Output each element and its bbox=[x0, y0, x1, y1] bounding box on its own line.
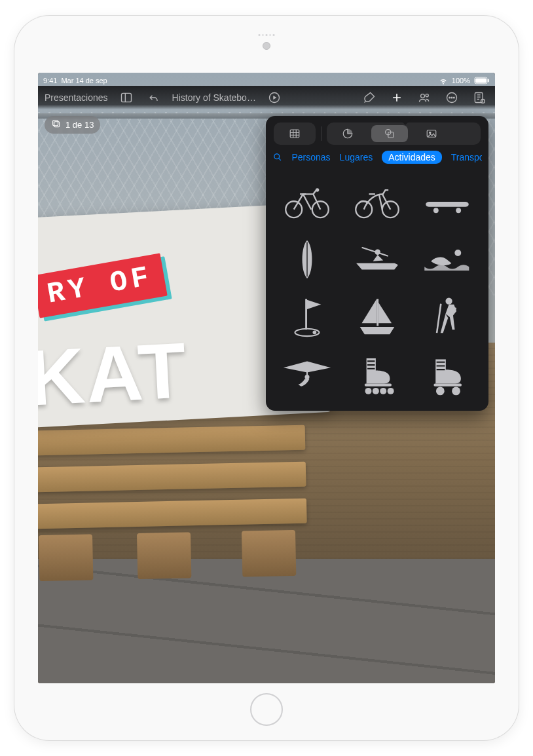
status-date: Mar 14 de sep bbox=[61, 77, 107, 85]
back-button[interactable]: Presentaciones bbox=[45, 92, 108, 103]
svg-point-53 bbox=[436, 387, 445, 395]
presenter-notes-button[interactable] bbox=[470, 88, 488, 107]
svg-point-34 bbox=[433, 208, 439, 213]
sidebar-toggle-button[interactable] bbox=[117, 88, 136, 107]
rowing-icon[interactable] bbox=[345, 235, 409, 284]
svg-point-54 bbox=[452, 387, 460, 395]
svg-rect-43 bbox=[377, 299, 378, 326]
svg-point-30 bbox=[312, 201, 328, 217]
svg-point-42 bbox=[312, 331, 316, 335]
search-icon[interactable] bbox=[272, 150, 282, 164]
svg-point-49 bbox=[373, 388, 379, 394]
svg-point-48 bbox=[365, 388, 371, 394]
svg-point-33 bbox=[382, 201, 399, 217]
roller-blade-icon[interactable] bbox=[345, 350, 409, 399]
category-transporte[interactable]: Transporte bbox=[451, 152, 482, 162]
ipad-frame: RY OF KAT 9:41 Mar 14 de sep 100% bbox=[14, 16, 519, 740]
segment-media[interactable] bbox=[413, 125, 450, 142]
svg-rect-38 bbox=[361, 247, 388, 257]
surfboard-icon[interactable] bbox=[275, 235, 339, 284]
shape-categories[interactable]: Personas Lugares Actividades Transporte bbox=[266, 150, 488, 171]
swimmer-icon[interactable] bbox=[416, 235, 479, 284]
hang-glider-icon[interactable] bbox=[275, 350, 339, 399]
title-small: RY OF bbox=[38, 253, 168, 318]
document-title[interactable]: History of Skatebo… bbox=[172, 92, 256, 103]
svg-point-13 bbox=[454, 97, 455, 98]
status-battery-text: 100% bbox=[452, 77, 470, 85]
battery-icon bbox=[474, 77, 490, 85]
svg-point-31 bbox=[316, 189, 318, 191]
roller-skate-icon[interactable] bbox=[416, 350, 479, 399]
home-button[interactable] bbox=[250, 693, 283, 726]
app-toolbar: Presentaciones History of Skatebo… bbox=[38, 86, 495, 109]
category-personas[interactable]: Personas bbox=[291, 152, 330, 162]
svg-point-50 bbox=[380, 388, 386, 394]
undo-button[interactable] bbox=[145, 88, 163, 107]
screen: RY OF KAT 9:41 Mar 14 de sep 100% bbox=[38, 73, 495, 683]
slide-counter-text: 1 de 13 bbox=[65, 120, 94, 130]
svg-point-26 bbox=[430, 132, 431, 133]
insert-button[interactable] bbox=[388, 88, 406, 107]
svg-point-8 bbox=[421, 94, 425, 98]
front-camera bbox=[263, 42, 270, 50]
category-lugares[interactable]: Lugares bbox=[340, 152, 373, 162]
wifi-icon bbox=[439, 76, 448, 85]
svg-rect-1 bbox=[475, 78, 487, 83]
svg-point-12 bbox=[451, 97, 452, 98]
svg-point-44 bbox=[446, 298, 452, 305]
skateboard-icon[interactable] bbox=[416, 178, 479, 226]
svg-rect-16 bbox=[54, 122, 60, 127]
sailboat-icon[interactable] bbox=[345, 293, 409, 341]
segment-tables[interactable] bbox=[276, 125, 313, 142]
svg-rect-40 bbox=[305, 299, 307, 330]
segment-shapes[interactable] bbox=[371, 125, 408, 142]
slide-counter[interactable]: 1 de 13 bbox=[45, 116, 100, 134]
category-actividades[interactable]: Actividades bbox=[382, 151, 442, 164]
svg-rect-52 bbox=[434, 384, 462, 387]
svg-point-11 bbox=[449, 97, 450, 98]
bicycle-icon[interactable] bbox=[275, 178, 339, 226]
status-time: 9:41 bbox=[43, 77, 57, 85]
shapes-grid bbox=[266, 171, 488, 411]
insert-type-segments bbox=[266, 116, 488, 150]
svg-point-32 bbox=[356, 201, 372, 217]
svg-rect-17 bbox=[53, 121, 58, 126]
svg-rect-2 bbox=[488, 79, 489, 83]
golf-flag-icon[interactable] bbox=[275, 293, 339, 341]
svg-point-29 bbox=[285, 201, 302, 217]
svg-rect-45 bbox=[436, 304, 442, 333]
slides-icon bbox=[51, 119, 62, 131]
svg-point-46 bbox=[304, 375, 309, 379]
collaborate-button[interactable] bbox=[415, 88, 433, 107]
more-button[interactable] bbox=[443, 88, 461, 107]
insert-popover: Personas Lugares Actividades Transporte bbox=[266, 116, 488, 411]
hiker-icon[interactable] bbox=[416, 293, 479, 341]
svg-point-35 bbox=[456, 208, 462, 213]
svg-point-51 bbox=[388, 388, 394, 394]
svg-point-27 bbox=[274, 154, 280, 159]
svg-point-39 bbox=[455, 250, 462, 256]
svg-rect-3 bbox=[121, 93, 131, 102]
speaker-grille bbox=[259, 34, 275, 36]
svg-rect-14 bbox=[475, 93, 483, 103]
city-bicycle-icon[interactable] bbox=[345, 178, 409, 226]
play-button[interactable] bbox=[265, 88, 284, 107]
svg-rect-18 bbox=[290, 130, 299, 138]
title-large: KAT bbox=[38, 334, 189, 413]
format-brush-button[interactable] bbox=[360, 88, 378, 107]
segment-charts[interactable] bbox=[329, 125, 366, 142]
svg-point-9 bbox=[426, 94, 428, 97]
svg-rect-47 bbox=[365, 384, 392, 387]
svg-line-28 bbox=[279, 159, 281, 161]
